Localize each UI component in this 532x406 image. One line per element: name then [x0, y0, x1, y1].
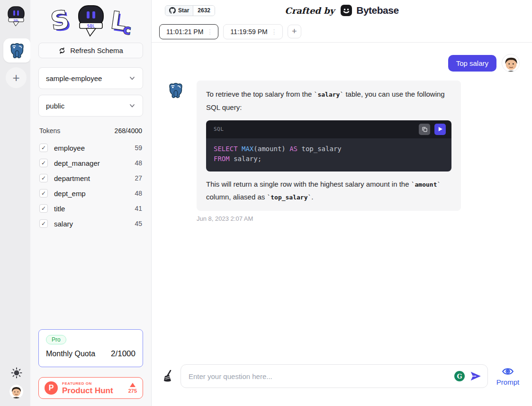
table-checkbox[interactable]: ✓ [39, 159, 48, 167]
inline-code: salary [314, 91, 344, 98]
refresh-icon [58, 47, 66, 54]
run-query-button[interactable] [434, 124, 446, 135]
schema-select[interactable]: public [38, 95, 143, 117]
chat-main: Star 2632 Crafted by Bytebase 11:01:21 P… [152, 0, 532, 406]
quota-value: 2/1000 [111, 349, 135, 359]
assistant-postgres-avatar [167, 81, 185, 99]
copy-icon [422, 126, 428, 132]
table-name: department [54, 174, 90, 182]
code-line: SELECT MAX(amount) AS top_salary [214, 144, 444, 154]
table-checkbox[interactable]: ✓ [39, 144, 48, 152]
question-input[interactable] [189, 372, 450, 380]
sqlchat-logo: S S SQL L L c [38, 0, 143, 43]
quota-card: Pro Monthly Quota 2/1000 [38, 329, 143, 367]
table-list: ✓employee59✓dept_manager48✓department27✓… [38, 140, 143, 231]
tab-menu-icon[interactable]: ⋮ [207, 28, 213, 36]
code-line: FROM salary; [214, 154, 444, 164]
topbar: Star 2632 Crafted by Bytebase [152, 0, 532, 21]
product-hunt-brand: Product Hunt [62, 387, 124, 395]
product-hunt-tagline: FEATURED ON [62, 382, 124, 386]
code-token [238, 145, 242, 153]
table-token-count: 45 [135, 220, 142, 227]
prompt-button[interactable]: Prompt [494, 366, 522, 386]
svg-text:SQL: SQL [14, 18, 19, 22]
grammarly-icon[interactable]: G [454, 371, 465, 381]
tab-session[interactable]: 11:19:59 PM⋮ [223, 24, 282, 39]
table-token-count: 48 [135, 159, 142, 167]
table-row[interactable]: ✓department27 [38, 171, 143, 186]
table-row[interactable]: ✓dept_emp48 [38, 186, 143, 201]
code-body: SELECT MAX(amount) AS top_salaryFROM sal… [206, 138, 451, 171]
table-token-count: 41 [135, 205, 142, 212]
schema-sidebar: S S SQL L L c Refresh Sche [30, 0, 152, 406]
clear-conversation-broom-icon[interactable] [163, 370, 174, 382]
table-row[interactable]: ✓employee59 [38, 140, 143, 155]
table-checkbox[interactable]: ✓ [39, 219, 48, 228]
table-name: dept_emp [54, 189, 86, 198]
refresh-schema-button[interactable]: Refresh Schema [38, 43, 143, 58]
product-hunt-upvote: 275 [128, 383, 137, 394]
conversation-tabs: 11:01:21 PM⋮11:19:59 PM⋮ + [152, 21, 532, 43]
theme-toggle-sun-icon[interactable] [11, 367, 22, 379]
table-name: title [54, 205, 65, 213]
user-profile-avatar[interactable] [9, 385, 23, 398]
connection-tile-postgres[interactable] [3, 38, 30, 63]
code-token: AS [289, 145, 298, 153]
text-run: This will return a single row with the h… [206, 180, 411, 188]
text-run: column, aliased as [206, 193, 267, 201]
table-row[interactable]: ✓salary45 [38, 216, 143, 231]
code-token: salary; [230, 155, 261, 162]
table-name: employee [54, 144, 85, 152]
user-avatar [502, 54, 520, 72]
assistant-intro: To retrieve the top salary from the sala… [206, 88, 451, 114]
bytebase-logo-icon [340, 4, 352, 17]
github-icon [169, 7, 176, 14]
new-tab-button[interactable]: + [288, 25, 301, 38]
table-name: dept_manager [54, 159, 100, 167]
send-button[interactable] [469, 370, 482, 382]
send-plane-icon [469, 370, 482, 382]
copy-code-button[interactable] [419, 124, 430, 135]
tab-label: 11:01:21 PM [166, 28, 203, 36]
refresh-schema-label: Refresh Schema [70, 46, 123, 54]
connection-select-value: sample-employee [46, 74, 102, 82]
github-star-button[interactable]: Star 2632 [165, 5, 215, 16]
inline-code: top_salary [267, 194, 311, 201]
chat-area: Top salary [152, 54, 532, 396]
message-timestamp: Jun 8, 2023 2:07 AM [197, 215, 461, 222]
table-row[interactable]: ✓title41 [38, 201, 143, 216]
tab-menu-icon[interactable]: ⋮ [271, 28, 278, 36]
new-conversation-button[interactable]: + [6, 67, 27, 88]
tab-session[interactable]: 11:01:21 PM⋮ [159, 24, 218, 39]
table-token-count: 59 [135, 144, 142, 152]
svg-text:c: c [122, 21, 132, 38]
table-token-count: 48 [135, 189, 142, 197]
code-token: (amount) [253, 145, 289, 153]
product-hunt-badge[interactable]: P FEATURED ON Product Hunt 275 [38, 377, 143, 399]
tokens-row: Tokens 268/4000 [38, 127, 143, 135]
table-name: salary [54, 220, 73, 228]
tokens-label: Tokens [39, 127, 60, 135]
table-checkbox[interactable]: ✓ [39, 204, 48, 213]
star-count: 2632 [193, 6, 215, 16]
star-label: Star [178, 7, 189, 14]
eye-icon [502, 366, 514, 377]
play-icon [438, 126, 443, 132]
code-token: SELECT [214, 145, 238, 153]
svg-text:SQL: SQL [87, 24, 95, 28]
table-token-count: 27 [135, 174, 142, 182]
table-checkbox[interactable]: ✓ [39, 189, 48, 198]
code-token: FROM [214, 155, 230, 162]
postgres-icon [8, 42, 26, 60]
sqlchat-bot-icon[interactable]: SQL [7, 6, 26, 27]
connection-select[interactable]: sample-employee [38, 67, 143, 89]
user-message-bubble: Top salary [448, 55, 496, 72]
product-hunt-votes: 275 [128, 388, 137, 394]
product-hunt-logo: P [45, 381, 58, 395]
left-rail: SQL + [0, 0, 30, 406]
table-row[interactable]: ✓dept_manager48 [38, 155, 143, 171]
composer: G Prompt [163, 364, 522, 388]
table-checkbox[interactable]: ✓ [39, 174, 48, 182]
upvote-triangle-icon [130, 383, 135, 387]
assistant-message-bubble: To retrieve the top salary from the sala… [197, 81, 461, 211]
